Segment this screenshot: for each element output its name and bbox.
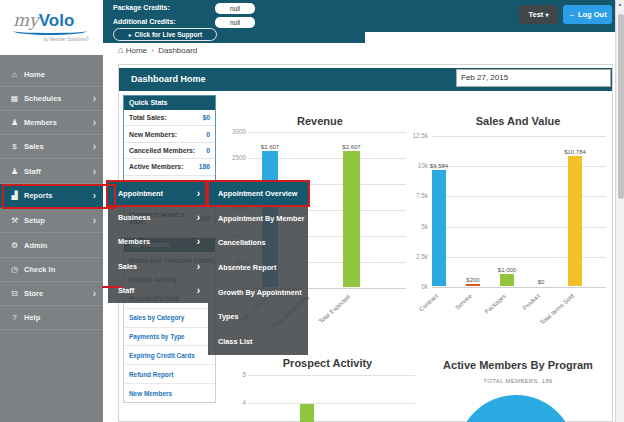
sidebar-item-sales[interactable]: $Sales › (0, 135, 103, 159)
menu-item-sales[interactable]: Sales › (108, 255, 208, 279)
calendar-icon: ▦ (9, 87, 20, 111)
bar-value-label: $10,784 (564, 149, 586, 155)
y-tick: 7.5k (406, 192, 428, 199)
prospect-activity-bar (300, 404, 314, 422)
additional-credits-input[interactable]: null (215, 17, 255, 28)
bar-value-label: $0 (538, 279, 545, 285)
menu-item-members[interactable]: Members › (108, 230, 208, 254)
log-out-button[interactable]: → Log Out (563, 5, 612, 24)
live-support-arrow-icon: ► (128, 32, 133, 38)
y-tick: 10k (406, 162, 428, 169)
chevron-right-icon: › (197, 279, 200, 303)
sidebar-item-home[interactable]: ⌂Home (0, 63, 103, 87)
annotation-box-appointment-overview (205, 180, 310, 207)
stat-value: 0 (206, 131, 210, 138)
sidebar-item-members[interactable]: ♟Members › (0, 111, 103, 135)
report-link[interactable]: New Members (124, 383, 215, 402)
report-link[interactable]: Sales by Category (124, 308, 215, 327)
clock-icon: ◷ (9, 258, 20, 282)
annotation-box-reports (2, 184, 116, 209)
myvolo-logo: myVolo by Member Solutions® (13, 10, 93, 42)
chevron-right-icon: › (93, 160, 96, 184)
sidebar-item-store[interactable]: ⊟Store › (0, 282, 103, 306)
additional-credits-label: Additional Credits: (113, 18, 176, 25)
bar-product: $0 (534, 279, 548, 286)
cart-icon: ⊟ (9, 282, 20, 306)
chevron-right-icon: › (197, 255, 200, 279)
chevron-right-icon: › (93, 87, 96, 111)
x-label: Total Expected (301, 294, 351, 340)
bar-contract: $9,584 (432, 163, 446, 286)
caret-down-icon: ▾ (545, 12, 548, 18)
breadcrumb-current: Dashboard (158, 46, 197, 55)
annotation-box-appointment (106, 180, 209, 207)
sidebar-item-help[interactable]: ?Help (0, 306, 103, 330)
breadcrumb-separator: › (151, 46, 154, 55)
bar-value-label: $2,607 (342, 144, 360, 150)
logo-box: myVolo by Member Solutions® (0, 0, 103, 55)
bar-value-label: $9,584 (430, 163, 448, 169)
chevron-right-icon: › (93, 135, 96, 159)
user-menu-button[interactable]: Test ▾ (519, 5, 558, 24)
bar-value-label: $2,607 (261, 144, 279, 150)
stat-value: 186 (199, 163, 210, 170)
scroll-up-icon[interactable]: ▲ (616, 1, 624, 7)
sidebar-item-staff[interactable]: ♟Staff › (0, 160, 103, 184)
bar-total-items-sold: $10,784 (568, 149, 582, 286)
sidebar-item-check-in[interactable]: ◷Check In (0, 258, 103, 282)
stat-value: $0 (202, 114, 210, 121)
logo-my: my (13, 10, 39, 30)
quick-stats-header: Quick Stats (124, 96, 215, 110)
sales-and-value-chart: Sales And Value 12.5k 10k 7.5k 5k 2.5k 0… (420, 108, 616, 358)
chevron-right-icon: › (197, 206, 200, 230)
logo-volo: Volo (39, 11, 75, 30)
bar-value-label: $1,000 (498, 267, 516, 273)
person-icon: ♟ (9, 111, 20, 135)
report-link[interactable]: Expiring Credit Cards (124, 345, 215, 364)
chevron-right-icon: › (93, 209, 96, 233)
question-icon: ? (9, 306, 20, 330)
sidebar-item-admin[interactable]: ⚙Admin (0, 234, 103, 258)
report-link[interactable]: Refund Report (124, 364, 215, 383)
y-tick: 2.5k (406, 253, 428, 260)
stat-row: New Members:0 (124, 125, 215, 141)
people-icon: ♟ (9, 160, 20, 184)
submenu-item-class-list[interactable]: Class List (208, 330, 308, 355)
submenu-item-growth-by-appointment[interactable]: Growth By Appointment (208, 281, 308, 306)
logo-tagline: by Member Solutions® (13, 37, 89, 42)
prospect-activity-chart: Prospect Activity 5 4 (235, 355, 420, 422)
y-tick: 2500 (224, 154, 246, 161)
stat-row: Active Members:186 (124, 158, 215, 174)
scrollbar-thumb[interactable] (618, 14, 624, 199)
chart-title: Revenue (230, 115, 410, 127)
package-credits-input[interactable]: null (215, 3, 255, 14)
live-support-button[interactable]: ► Click for Live Support (113, 28, 217, 41)
stat-row: Cancelled Members:0 (124, 142, 215, 158)
sidebar-item-schedules[interactable]: ▦Schedules › (0, 87, 103, 111)
submenu-item-appointment-by-member[interactable]: Appointment By Member (208, 207, 308, 232)
annotation-red-mark (102, 286, 122, 288)
home-icon: ⌂ (9, 63, 20, 87)
date-input[interactable]: Feb 27, 2015 (456, 69, 611, 87)
bar-value-label: $200 (466, 277, 479, 283)
scrollbar[interactable]: ▲ (615, 0, 624, 422)
menu-item-staff[interactable]: Staff › (108, 279, 208, 303)
bar-total-expected: $2,607 (343, 144, 360, 287)
breadcrumb-home[interactable]: Home (126, 46, 147, 55)
chart-title: Prospect Activity (235, 357, 420, 369)
sidebar-item-setup[interactable]: ⚒Setup › (0, 209, 103, 233)
submenu-item-absentee-report[interactable]: Absentee Report (208, 256, 308, 281)
y-tick: 0k (406, 283, 428, 290)
house-icon: ⌂ (118, 45, 123, 55)
menu-item-business[interactable]: Business › (108, 206, 208, 230)
chart-subtitle: TOTAL MEMBERS: 186 (420, 378, 616, 384)
submenu-item-types[interactable]: Types (208, 305, 308, 330)
y-tick: 12.5k (406, 132, 428, 139)
report-link[interactable]: Payments by Type (124, 327, 215, 346)
gear-icon: ⚙ (9, 234, 20, 258)
y-tick: 4 (237, 399, 246, 406)
breadcrumb: ⌂ Home › Dashboard (118, 45, 197, 55)
submenu-item-cancellations[interactable]: Cancellations (208, 231, 308, 256)
active-members-chart: Active Members By Program TOTAL MEMBERS:… (420, 355, 616, 422)
chevron-right-icon: › (197, 230, 200, 254)
